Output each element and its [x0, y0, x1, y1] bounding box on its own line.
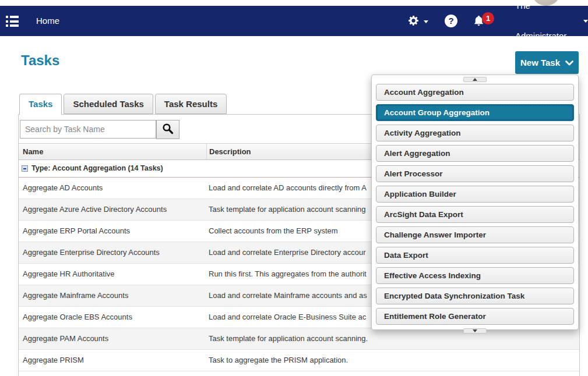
- tab-tasks[interactable]: Tasks: [19, 94, 62, 115]
- column-header-name[interactable]: Name: [19, 144, 206, 159]
- search-input[interactable]: [20, 120, 156, 139]
- collapse-icon[interactable]: [22, 165, 28, 172]
- menu-item-challenge-answer-importer[interactable]: Challenge Answer Importer: [376, 226, 574, 243]
- notification-badge[interactable]: 1: [482, 12, 494, 24]
- menu-item-application-builder[interactable]: Application Builder: [376, 186, 574, 203]
- chevron-down-icon: [424, 20, 428, 23]
- page-title: Tasks: [21, 52, 59, 69]
- dropdown-item-list: Account Aggregation Account Group Aggreg…: [372, 84, 578, 325]
- search-button[interactable]: [156, 120, 179, 139]
- tab-task-results[interactable]: Task Results: [155, 94, 227, 114]
- menu-item-account-aggregation[interactable]: Account Aggregation: [376, 84, 574, 101]
- task-name: Aggregate Enterprise Directory Accounts: [19, 242, 206, 263]
- menu-item-arcsight-data-export[interactable]: ArcSight Data Export: [376, 206, 574, 223]
- table-row[interactable]: Aggregate PAM Accounts Task template for…: [19, 328, 579, 350]
- menu-item-alert-processor[interactable]: Alert Processor: [376, 165, 574, 182]
- help-button[interactable]: ?: [445, 15, 457, 27]
- tab-scheduled-tasks[interactable]: Scheduled Tasks: [64, 94, 153, 114]
- user-menu[interactable]: The Administrator: [515, 6, 588, 36]
- top-navbar: Home ? 1 The Administrator: [0, 6, 588, 36]
- task-name: Aggregate ERP Portal Accounts: [19, 221, 206, 242]
- new-task-button[interactable]: New Task: [515, 51, 579, 74]
- task-name: Aggregate Mainframe Accounts: [19, 285, 206, 306]
- settings-menu[interactable]: [407, 15, 428, 29]
- group-header-label: Type: Account Aggregation (14 Tasks): [31, 160, 163, 177]
- gear-icon: [407, 15, 420, 29]
- chevron-down-icon: [565, 58, 573, 68]
- menu-item-encrypted-data-synchronization-task[interactable]: Encrypted Data Synchronization Task: [376, 288, 574, 304]
- menu-item-account-group-aggregation[interactable]: Account Group Aggregation: [376, 104, 574, 121]
- menu-item-effective-access-indexing[interactable]: Effective Access Indexing: [376, 267, 574, 284]
- nav-home-link[interactable]: Home: [36, 6, 59, 36]
- task-name: Aggregate HR Authoritative: [19, 264, 206, 285]
- triangle-up-icon: [473, 78, 477, 81]
- scroll-down-button[interactable]: [463, 328, 487, 334]
- new-task-label: New Task: [520, 58, 560, 68]
- chevron-down-icon: [583, 20, 588, 23]
- task-description: Task to aggregate the PRISM application.: [206, 350, 579, 371]
- user-name-label: The Administrator: [515, 0, 579, 51]
- menu-item-data-export[interactable]: Data Export: [376, 247, 574, 264]
- scroll-up-button[interactable]: [463, 77, 487, 82]
- question-icon: ?: [448, 16, 453, 26]
- task-name: Aggregate Azure Active Directory Account…: [19, 199, 206, 220]
- task-name: Aggregate AD Accounts: [19, 178, 206, 198]
- new-task-dropdown: Account Aggregation Account Group Aggreg…: [371, 75, 579, 330]
- tab-bar: Tasks Scheduled Tasks Task Results: [19, 94, 227, 115]
- table-row[interactable]: Aggregate PRISM Task to aggregate the PR…: [19, 350, 579, 371]
- app-window: Home ? 1 The Administrator Tasks New Tas…: [0, 0, 588, 376]
- triangle-down-icon: [473, 329, 477, 332]
- task-name: Aggregate PRISM: [19, 350, 206, 371]
- menu-item-alert-aggregation[interactable]: Alert Aggregation: [376, 145, 574, 162]
- menu-list-icon[interactable]: [6, 16, 20, 27]
- menu-item-activity-aggregation[interactable]: Activity Aggregation: [376, 125, 574, 141]
- task-description: Task template for application account sc…: [206, 328, 579, 349]
- menu-item-entitlement-role-generator[interactable]: Entitlement Role Generator: [376, 308, 574, 325]
- search-icon: [162, 123, 174, 136]
- task-name: Aggregate Oracle EBS Accounts: [19, 307, 206, 328]
- task-name: Aggregate PAM Accounts: [19, 328, 206, 349]
